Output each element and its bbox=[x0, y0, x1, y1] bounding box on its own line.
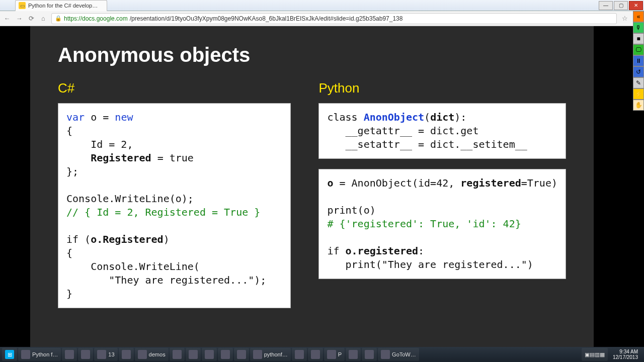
taskbar-app-icon bbox=[97, 350, 106, 359]
taskbar-app-icon bbox=[65, 350, 74, 359]
taskbar-app-icon bbox=[138, 350, 147, 359]
bookmark-star-icon[interactable]: ☆ bbox=[621, 15, 629, 22]
taskbar-app-icon bbox=[311, 350, 320, 359]
taskbar-item[interactable]: demos bbox=[135, 348, 169, 361]
url-domain: https://docs.google.com bbox=[64, 15, 128, 22]
taskbar-item[interactable] bbox=[362, 348, 377, 361]
taskbar-app-icon bbox=[221, 350, 230, 359]
right-column: Python class AnonObject(dict): __getattr… bbox=[318, 80, 566, 289]
taskbar-app-icon bbox=[189, 350, 198, 359]
taskbar-app-icon bbox=[327, 350, 336, 359]
taskbar-item[interactable] bbox=[170, 348, 185, 361]
taskbar-clock[interactable]: 9:34 AM12/17/2013 bbox=[609, 349, 642, 360]
back-button[interactable]: ← bbox=[3, 15, 11, 22]
taskbar-app-icon bbox=[349, 350, 358, 359]
presentation-viewport: Anonymous objects C# var o = new { Id = … bbox=[0, 26, 644, 347]
webinar-side-toolbar[interactable]: «🎙■🖵⏸↺✎⚡✋ bbox=[633, 11, 644, 111]
close-button[interactable]: ✕ bbox=[629, 1, 643, 10]
taskbar-item[interactable]: GoToW… bbox=[378, 348, 419, 361]
taskbar-app-icon bbox=[381, 350, 390, 359]
url-path: /presentation/d/19tyoOu3fyXpym08ge9NOwKA… bbox=[130, 15, 403, 22]
taskbar-item[interactable] bbox=[308, 348, 323, 361]
taskbar-item[interactable] bbox=[62, 348, 77, 361]
side-toolbar-button[interactable]: ■ bbox=[633, 33, 644, 44]
taskbar-item[interactable] bbox=[119, 348, 134, 361]
left-column: C# var o = new { Id = 2, Registered = tr… bbox=[58, 80, 291, 318]
side-toolbar-button[interactable]: ⏸ bbox=[633, 55, 644, 66]
taskbar-app-icon bbox=[295, 350, 304, 359]
side-toolbar-button[interactable]: ⚡ bbox=[633, 88, 644, 100]
side-toolbar-button[interactable]: 🖵 bbox=[633, 44, 644, 55]
side-toolbar-button[interactable]: ↺ bbox=[633, 66, 644, 77]
side-toolbar-button[interactable]: « bbox=[633, 11, 644, 22]
maximize-button[interactable]: ▢ bbox=[614, 1, 628, 10]
taskbar-app-icon bbox=[205, 350, 214, 359]
taskbar-item[interactable] bbox=[218, 348, 233, 361]
side-toolbar-button[interactable]: ✎ bbox=[633, 77, 644, 88]
taskbar-item[interactable] bbox=[346, 348, 361, 361]
window-titlebar: ▭ Python for the C# develop… — ▢ ✕ bbox=[0, 0, 644, 11]
slide-title: Anonymous objects bbox=[58, 44, 566, 66]
python-code-usage: o = AnonObject(id=42, registered=True) p… bbox=[318, 169, 566, 279]
lock-icon: 🔒 bbox=[55, 15, 62, 22]
minimize-button[interactable]: — bbox=[599, 1, 613, 10]
taskbar-app-icon bbox=[253, 350, 262, 359]
system-tray[interactable]: ▣▤▥▦ bbox=[582, 348, 608, 361]
address-bar[interactable]: 🔒 https://docs.google.com/presentation/d… bbox=[51, 13, 617, 24]
reload-button[interactable]: ⟳ bbox=[27, 15, 35, 22]
csharp-code: var o = new { Id = 2, Registered = true … bbox=[58, 103, 291, 308]
slides-favicon: ▭ bbox=[19, 2, 26, 9]
side-toolbar-button[interactable]: ✋ bbox=[633, 100, 644, 111]
windows-taskbar[interactable]: ⊞ Python f…13demospythonf…PGoToW… ▣▤▥▦ 9… bbox=[0, 347, 644, 362]
start-button[interactable]: ⊞ bbox=[2, 348, 17, 361]
tab-title: Python for the C# develop… bbox=[28, 3, 98, 9]
taskbar-item[interactable]: P bbox=[324, 348, 345, 361]
taskbar-item[interactable]: pythonf… bbox=[250, 348, 291, 361]
browser-tab[interactable]: ▭ Python for the C# develop… bbox=[15, 0, 107, 11]
taskbar-app-icon bbox=[365, 350, 374, 359]
csharp-label: C# bbox=[58, 80, 291, 96]
taskbar-app-icon bbox=[237, 350, 246, 359]
taskbar-item[interactable] bbox=[202, 348, 217, 361]
taskbar-app-icon bbox=[173, 350, 182, 359]
taskbar-app-icon bbox=[81, 350, 90, 359]
taskbar-app-icon bbox=[122, 350, 131, 359]
home-button[interactable]: ⌂ bbox=[39, 15, 47, 22]
forward-button[interactable]: → bbox=[15, 15, 23, 22]
taskbar-item[interactable] bbox=[78, 348, 93, 361]
taskbar-app-icon bbox=[21, 350, 30, 359]
taskbar-item[interactable] bbox=[292, 348, 307, 361]
browser-toolbar: ← → ⟳ ⌂ 🔒 https://docs.google.com/presen… bbox=[0, 11, 644, 26]
taskbar-item[interactable] bbox=[186, 348, 201, 361]
python-label: Python bbox=[318, 80, 566, 96]
taskbar-item[interactable] bbox=[234, 348, 249, 361]
taskbar-item[interactable]: Python f… bbox=[18, 348, 61, 361]
python-code-classdef: class AnonObject(dict): __getattr__ = di… bbox=[318, 103, 566, 159]
slide: Anonymous objects C# var o = new { Id = … bbox=[30, 26, 594, 347]
side-toolbar-button[interactable]: 🎙 bbox=[633, 22, 644, 33]
taskbar-item[interactable]: 13 bbox=[94, 348, 117, 361]
